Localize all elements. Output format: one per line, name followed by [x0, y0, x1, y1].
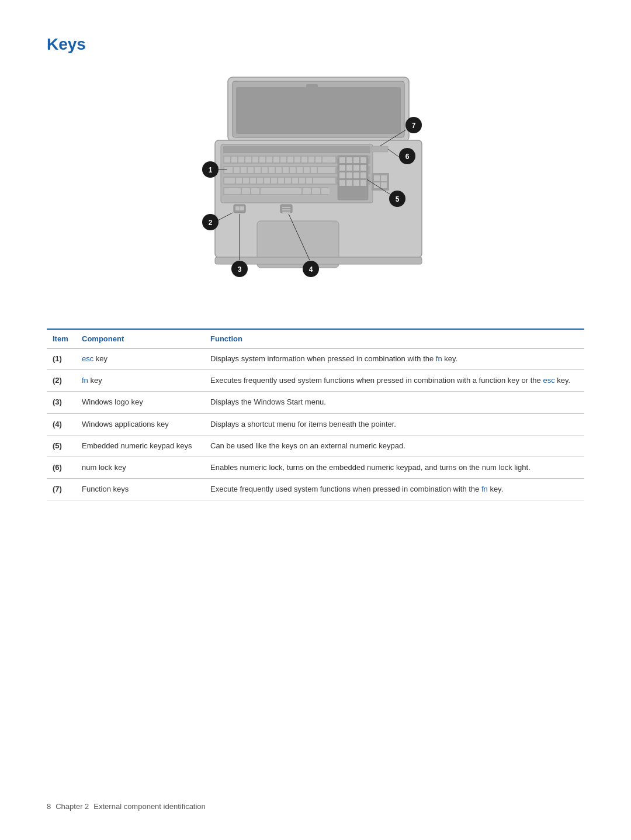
svg-rect-29	[248, 167, 254, 173]
svg-rect-76	[224, 188, 241, 194]
svg-text:2: 2	[209, 219, 213, 227]
item-number: (4)	[47, 413, 76, 435]
svg-rect-61	[360, 165, 366, 171]
esc-link: esc	[82, 354, 93, 363]
svg-rect-72	[374, 175, 380, 181]
svg-rect-22	[301, 157, 307, 163]
item-number: (2)	[47, 370, 76, 392]
svg-rect-58	[339, 165, 345, 171]
svg-rect-37	[304, 167, 310, 173]
svg-rect-60	[353, 165, 359, 171]
svg-rect-6	[223, 146, 370, 153]
item-number: (6)	[47, 457, 76, 478]
svg-rect-80	[303, 188, 311, 194]
keys-table: Item Component Function (1) esc key Disp…	[47, 329, 584, 500]
svg-text:1: 1	[209, 166, 213, 174]
svg-rect-57	[360, 157, 366, 163]
svg-rect-52	[313, 178, 335, 184]
header-function: Function	[204, 329, 584, 348]
svg-rect-38	[311, 167, 317, 173]
component-name: esc key	[76, 348, 204, 370]
svg-text:7: 7	[412, 122, 416, 130]
svg-rect-18	[273, 157, 279, 163]
table-row: (2) fn key Executes frequently used syst…	[47, 370, 584, 392]
footer-page-number: 8	[47, 802, 51, 811]
table-row: (6) num lock key Enables numeric lock, t…	[47, 457, 584, 478]
fn-link: fn	[481, 485, 488, 493]
page-footer: 8 Chapter 2 External component identific…	[47, 802, 584, 811]
svg-rect-44	[257, 178, 263, 184]
footer-chapter: Chapter 2	[56, 802, 89, 811]
svg-rect-45	[264, 178, 270, 184]
svg-rect-56	[353, 157, 359, 163]
svg-rect-86	[280, 205, 292, 213]
page-title: Keys	[47, 35, 584, 54]
svg-rect-89	[282, 212, 290, 213]
svg-rect-34	[283, 167, 289, 173]
svg-rect-14	[245, 157, 251, 163]
footer-section: External component identification	[93, 802, 206, 811]
svg-rect-68	[353, 180, 359, 186]
svg-rect-23	[308, 157, 314, 163]
svg-rect-31	[262, 167, 268, 173]
svg-rect-28	[241, 167, 247, 173]
item-number: (7)	[47, 479, 76, 500]
svg-rect-77	[242, 188, 250, 194]
svg-rect-73	[381, 175, 387, 181]
svg-rect-43	[250, 178, 256, 184]
function-desc: Can be used like the keys on an external…	[204, 435, 584, 457]
svg-rect-39	[318, 167, 335, 173]
svg-rect-12	[231, 157, 237, 163]
svg-rect-65	[360, 172, 366, 178]
svg-rect-35	[290, 167, 296, 173]
esc-link: esc	[543, 376, 554, 385]
svg-rect-51	[306, 178, 312, 184]
svg-rect-50	[299, 178, 305, 184]
svg-rect-49	[292, 178, 298, 184]
svg-rect-25	[323, 157, 335, 163]
svg-rect-88	[282, 209, 290, 210]
function-desc: Displays system information when pressed…	[204, 348, 584, 370]
svg-rect-67	[346, 180, 352, 186]
component-name: Windows logo key	[76, 392, 204, 413]
svg-rect-63	[346, 172, 352, 178]
svg-text:5: 5	[396, 195, 400, 203]
svg-rect-20	[287, 157, 293, 163]
component-name: fn key	[76, 370, 204, 392]
svg-rect-59	[346, 165, 352, 171]
svg-rect-91	[215, 257, 422, 264]
component-name: num lock key	[76, 457, 204, 478]
svg-rect-66	[339, 180, 345, 186]
svg-rect-69	[360, 180, 366, 186]
svg-rect-33	[276, 167, 282, 173]
svg-rect-70	[372, 146, 388, 152]
svg-text:4: 4	[309, 265, 313, 274]
table-row: (5) Embedded numeric keypad keys Can be …	[47, 435, 584, 457]
svg-text:3: 3	[238, 265, 242, 274]
table-row: (4) Windows applications key Displays a …	[47, 413, 584, 435]
table-row: (7) Function keys Execute frequently use…	[47, 479, 584, 500]
item-number: (1)	[47, 348, 76, 370]
fn-link: fn	[436, 354, 442, 363]
svg-rect-85	[240, 206, 244, 210]
svg-rect-3	[236, 87, 401, 134]
svg-rect-87	[282, 207, 290, 208]
svg-rect-27	[234, 167, 240, 173]
svg-rect-30	[255, 167, 261, 173]
laptop-diagram: 1 2 3 4 5 6 7	[47, 71, 584, 305]
table-row: (3) Windows logo key Displays the Window…	[47, 392, 584, 413]
table-header-row: Item Component Function	[47, 329, 584, 348]
svg-rect-62	[339, 172, 345, 178]
svg-rect-82	[321, 188, 330, 194]
svg-rect-21	[294, 157, 300, 163]
svg-rect-42	[243, 178, 249, 184]
svg-rect-55	[346, 157, 352, 163]
component-name: Function keys	[76, 479, 204, 500]
component-name: Windows applications key	[76, 413, 204, 435]
function-desc: Displays a shortcut menu for items benea…	[204, 413, 584, 435]
svg-rect-84	[235, 206, 240, 210]
laptop-illustration: 1 2 3 4 5 6 7	[164, 71, 467, 282]
fn-link: fn	[82, 376, 88, 385]
table-row: (1) esc key Displays system information …	[47, 348, 584, 370]
svg-rect-17	[266, 157, 272, 163]
